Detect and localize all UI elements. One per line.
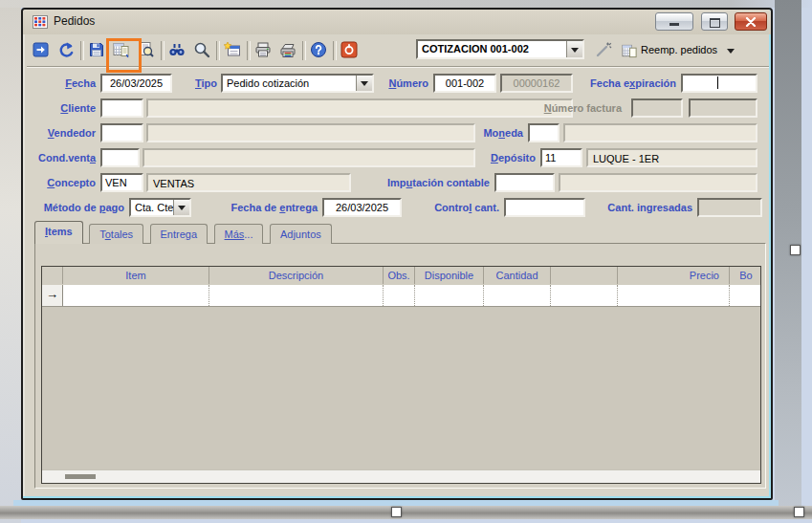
title-bar[interactable]: Pedidos: [23, 10, 771, 34]
horizontal-scrollbar[interactable]: [42, 469, 760, 483]
help-icon: [310, 41, 327, 58]
metodo-pago-combobox[interactable]: Cta. Cte.: [129, 198, 191, 217]
window-controls: [652, 12, 767, 32]
fecha-label: Fecha: [31, 74, 96, 93]
numero-input[interactable]: [433, 74, 496, 93]
annotation-highlight-box: [106, 38, 142, 73]
imputacion-contable-label: Imputación contable: [360, 173, 490, 192]
moneda-name-display: [563, 123, 757, 142]
cliente-input[interactable]: [100, 98, 143, 118]
tab-adjuntos[interactable]: Adjuntos: [270, 224, 332, 244]
column-header-blank[interactable]: [551, 267, 618, 284]
zoom-button[interactable]: [191, 39, 212, 62]
exit-button[interactable]: [339, 39, 360, 62]
selection-handle-right[interactable]: [790, 245, 801, 255]
metodo-pago-label: Método de pago: [31, 198, 124, 217]
cell-obs[interactable]: [384, 285, 415, 306]
cell-item[interactable]: [63, 285, 209, 306]
print-color-button[interactable]: [277, 39, 298, 62]
find-button[interactable]: [166, 39, 187, 62]
numero-factura-label: Número factura: [513, 98, 622, 118]
confirm-button[interactable]: [31, 39, 52, 62]
cell-precio[interactable]: [618, 285, 730, 306]
maximize-icon: [710, 18, 720, 28]
desktop-background: Pedidos: [0, 0, 812, 523]
fecha-input[interactable]: [100, 74, 172, 93]
background-window-edge: [775, 0, 801, 519]
grid-app-icon: [33, 14, 48, 30]
wand-button[interactable]: [593, 39, 614, 62]
new-item-button[interactable]: [222, 39, 243, 62]
tab-entrega[interactable]: Entrega: [150, 224, 208, 244]
concepto-input[interactable]: [100, 173, 143, 192]
column-header-cantidad[interactable]: Cantidad: [484, 267, 551, 284]
binoculars-icon: [168, 41, 186, 58]
column-header-bonif[interactable]: Bo: [730, 267, 762, 284]
vendedor-name-display: [146, 123, 475, 142]
metodo-pago-value: Cta. Cte.: [135, 201, 176, 215]
arrow-right-icon: [33, 41, 50, 58]
toolbar-separator: [80, 41, 84, 60]
pedidos-window: Pedidos: [21, 8, 773, 500]
grid-header-row: Item Descripción Obs. Disponible Cantida…: [42, 267, 760, 286]
print-button[interactable]: [252, 39, 274, 62]
toolbar-separator: [216, 41, 220, 60]
tipo-combobox[interactable]: Pedido cotización: [221, 74, 374, 93]
document-type-combobox[interactable]: COTIZACION 001-002: [416, 39, 584, 59]
concepto-name-display: VENTAS: [146, 173, 351, 192]
deposito-input[interactable]: [540, 148, 582, 167]
numero-seq-display: 00000162: [500, 74, 573, 93]
maximize-button[interactable]: [701, 12, 728, 31]
close-button[interactable]: [735, 12, 767, 31]
cell-blank[interactable]: [551, 285, 618, 306]
control-cant-input[interactable]: [504, 198, 585, 217]
selection-handle-bottom[interactable]: [391, 507, 402, 517]
chevron-down-icon[interactable]: [356, 76, 372, 91]
fecha-entrega-input[interactable]: [322, 198, 402, 217]
copy-form-icon: [622, 43, 638, 59]
items-tab-panel: Item Descripción Obs. Disponible Cantida…: [34, 243, 766, 489]
window-bottom-frame: [0, 506, 812, 519]
cond-venta-label: Cond.venta: [31, 148, 96, 167]
color-printer-icon: [279, 41, 296, 58]
vendedor-label: Vendedor: [31, 123, 96, 142]
undo-icon: [57, 41, 75, 58]
chevron-down-icon[interactable]: [566, 41, 582, 57]
printer-icon: [254, 41, 272, 58]
deposito-name-display: LUQUE - 1ER: [586, 148, 757, 167]
close-icon: [745, 17, 757, 27]
toolbar-separator: [333, 41, 337, 60]
cell-disponible[interactable]: [415, 285, 484, 306]
help-button[interactable]: [308, 39, 329, 62]
moneda-label: Moneda: [466, 123, 523, 142]
column-header-descripcion[interactable]: Descripción: [209, 267, 384, 284]
cell-descripcion[interactable]: [209, 285, 384, 306]
column-header-obs[interactable]: Obs.: [384, 267, 415, 284]
minimize-button[interactable]: [655, 12, 693, 31]
cliente-name-display: [146, 98, 573, 118]
tab-mas[interactable]: Más...: [214, 224, 264, 244]
cell-cantidad[interactable]: [484, 285, 551, 306]
scrollbar-thumb[interactable]: [65, 474, 96, 479]
column-header-item[interactable]: Item: [63, 267, 209, 284]
column-header-disponible[interactable]: Disponible: [415, 267, 484, 284]
control-cant-label: Control cant.: [417, 198, 499, 217]
magnifier-icon: [193, 41, 210, 58]
deposito-label: Depósito: [478, 148, 536, 167]
chevron-down-icon[interactable]: [173, 200, 189, 215]
moneda-input[interactable]: [528, 123, 560, 142]
tab-totales[interactable]: Totales: [89, 224, 143, 244]
row-selector-cell[interactable]: →: [42, 285, 63, 306]
fecha-expiracion-input[interactable]: [681, 74, 757, 93]
imputacion-contable-input[interactable]: [494, 173, 555, 192]
undo-button[interactable]: [55, 39, 77, 62]
grid-row[interactable]: →: [42, 285, 760, 307]
combobox-value: COTIZACION 001-002: [422, 42, 529, 56]
selection-handle-corner[interactable]: [794, 507, 804, 517]
column-header-precio[interactable]: Precio: [618, 267, 730, 284]
cond-venta-input[interactable]: [100, 148, 140, 167]
vendedor-input[interactable]: [100, 123, 143, 142]
cell-bonif[interactable]: [730, 285, 762, 306]
save-button[interactable]: [86, 39, 107, 62]
tab-items[interactable]: Items: [34, 221, 83, 244]
